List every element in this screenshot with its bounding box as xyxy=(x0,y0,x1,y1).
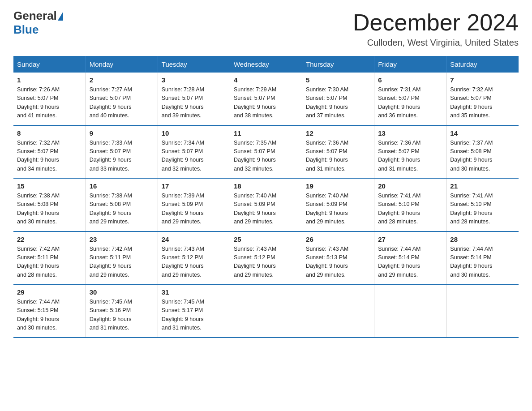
header-thursday: Thursday xyxy=(302,56,374,73)
day-info: Sunrise: 7:29 AM Sunset: 5:07 PM Dayligh… xyxy=(234,86,298,120)
day-number: 12 xyxy=(306,129,370,137)
calendar-cell: 23 Sunrise: 7:42 AM Sunset: 5:11 PM Dayl… xyxy=(86,231,158,285)
page-header: General Blue December 2024 Culloden, Wes… xyxy=(13,9,519,48)
day-info: Sunrise: 7:32 AM Sunset: 5:07 PM Dayligh… xyxy=(450,86,515,120)
day-info: Sunrise: 7:39 AM Sunset: 5:09 PM Dayligh… xyxy=(162,192,226,227)
calendar-cell: 27 Sunrise: 7:44 AM Sunset: 5:14 PM Dayl… xyxy=(374,231,446,285)
calendar-cell: 17 Sunrise: 7:39 AM Sunset: 5:09 PM Dayl… xyxy=(158,178,230,231)
day-number: 29 xyxy=(17,288,82,296)
day-info: Sunrise: 7:27 AM Sunset: 5:07 PM Dayligh… xyxy=(90,86,154,120)
day-info: Sunrise: 7:38 AM Sunset: 5:08 PM Dayligh… xyxy=(90,192,154,227)
day-number: 13 xyxy=(378,129,442,137)
day-number: 14 xyxy=(450,129,515,137)
day-number: 6 xyxy=(378,76,442,84)
calendar-cell xyxy=(302,284,374,338)
week-row-4: 22 Sunrise: 7:42 AM Sunset: 5:11 PM Dayl… xyxy=(13,231,519,285)
header-friday: Friday xyxy=(374,56,446,73)
logo-general-text: General xyxy=(13,9,57,23)
calendar-cell: 5 Sunrise: 7:30 AM Sunset: 5:07 PM Dayli… xyxy=(302,73,374,125)
calendar-header-row: SundayMondayTuesdayWednesdayThursdayFrid… xyxy=(13,56,519,73)
header-saturday: Saturday xyxy=(446,56,519,73)
calendar-cell: 31 Sunrise: 7:45 AM Sunset: 5:17 PM Dayl… xyxy=(158,284,230,338)
calendar-cell: 21 Sunrise: 7:41 AM Sunset: 5:10 PM Dayl… xyxy=(446,178,519,231)
calendar-cell: 14 Sunrise: 7:37 AM Sunset: 5:08 PM Dayl… xyxy=(446,125,519,179)
day-number: 17 xyxy=(162,182,226,190)
calendar-cell xyxy=(374,284,446,338)
calendar-cell: 25 Sunrise: 7:43 AM Sunset: 5:12 PM Dayl… xyxy=(230,231,302,285)
day-info: Sunrise: 7:41 AM Sunset: 5:10 PM Dayligh… xyxy=(450,192,515,227)
day-info: Sunrise: 7:28 AM Sunset: 5:07 PM Dayligh… xyxy=(162,86,226,120)
day-info: Sunrise: 7:37 AM Sunset: 5:08 PM Dayligh… xyxy=(450,139,515,174)
day-number: 2 xyxy=(90,76,154,84)
calendar-cell: 2 Sunrise: 7:27 AM Sunset: 5:07 PM Dayli… xyxy=(86,73,158,125)
calendar-cell xyxy=(446,284,519,338)
day-number: 16 xyxy=(90,182,154,190)
day-number: 19 xyxy=(306,182,370,190)
day-number: 18 xyxy=(234,182,298,190)
day-number: 10 xyxy=(162,129,226,137)
header-tuesday: Tuesday xyxy=(158,56,230,73)
calendar-cell: 15 Sunrise: 7:38 AM Sunset: 5:08 PM Dayl… xyxy=(13,178,86,231)
calendar-cell: 24 Sunrise: 7:43 AM Sunset: 5:12 PM Dayl… xyxy=(158,231,230,285)
day-number: 3 xyxy=(162,76,226,84)
day-info: Sunrise: 7:42 AM Sunset: 5:11 PM Dayligh… xyxy=(17,245,82,280)
calendar-cell: 20 Sunrise: 7:41 AM Sunset: 5:10 PM Dayl… xyxy=(374,178,446,231)
logo-triangle-icon xyxy=(58,12,63,21)
calendar-cell: 16 Sunrise: 7:38 AM Sunset: 5:08 PM Dayl… xyxy=(86,178,158,231)
calendar-cell: 28 Sunrise: 7:44 AM Sunset: 5:14 PM Dayl… xyxy=(446,231,519,285)
logo: General Blue xyxy=(13,9,63,37)
day-info: Sunrise: 7:44 AM Sunset: 5:14 PM Dayligh… xyxy=(378,245,442,280)
day-info: Sunrise: 7:43 AM Sunset: 5:12 PM Dayligh… xyxy=(162,245,226,280)
day-info: Sunrise: 7:45 AM Sunset: 5:16 PM Dayligh… xyxy=(90,298,154,333)
day-info: Sunrise: 7:35 AM Sunset: 5:07 PM Dayligh… xyxy=(234,139,298,174)
calendar-cell: 4 Sunrise: 7:29 AM Sunset: 5:07 PM Dayli… xyxy=(230,73,302,125)
week-row-1: 1 Sunrise: 7:26 AM Sunset: 5:07 PM Dayli… xyxy=(13,73,519,125)
week-row-3: 15 Sunrise: 7:38 AM Sunset: 5:08 PM Dayl… xyxy=(13,178,519,231)
day-number: 30 xyxy=(90,288,154,296)
month-title: December 2024 xyxy=(353,9,519,36)
day-number: 27 xyxy=(378,235,442,243)
day-info: Sunrise: 7:43 AM Sunset: 5:13 PM Dayligh… xyxy=(306,245,370,280)
calendar-cell: 6 Sunrise: 7:31 AM Sunset: 5:07 PM Dayli… xyxy=(374,73,446,125)
header-monday: Monday xyxy=(86,56,158,73)
day-number: 25 xyxy=(234,235,298,243)
day-info: Sunrise: 7:44 AM Sunset: 5:15 PM Dayligh… xyxy=(17,298,82,333)
day-number: 28 xyxy=(450,235,515,243)
week-row-5: 29 Sunrise: 7:44 AM Sunset: 5:15 PM Dayl… xyxy=(13,284,519,338)
day-info: Sunrise: 7:42 AM Sunset: 5:11 PM Dayligh… xyxy=(90,245,154,280)
day-number: 26 xyxy=(306,235,370,243)
day-info: Sunrise: 7:36 AM Sunset: 5:07 PM Dayligh… xyxy=(306,139,370,174)
day-number: 9 xyxy=(90,129,154,137)
calendar-cell: 22 Sunrise: 7:42 AM Sunset: 5:11 PM Dayl… xyxy=(13,231,86,285)
calendar-cell: 7 Sunrise: 7:32 AM Sunset: 5:07 PM Dayli… xyxy=(446,73,519,125)
calendar-cell: 12 Sunrise: 7:36 AM Sunset: 5:07 PM Dayl… xyxy=(302,125,374,179)
calendar-cell: 26 Sunrise: 7:43 AM Sunset: 5:13 PM Dayl… xyxy=(302,231,374,285)
day-info: Sunrise: 7:41 AM Sunset: 5:10 PM Dayligh… xyxy=(378,192,442,227)
day-number: 22 xyxy=(17,235,82,243)
day-number: 21 xyxy=(450,182,515,190)
day-number: 4 xyxy=(234,76,298,84)
calendar-table: SundayMondayTuesdayWednesdayThursdayFrid… xyxy=(13,56,519,338)
day-number: 7 xyxy=(450,76,515,84)
calendar-cell: 30 Sunrise: 7:45 AM Sunset: 5:16 PM Dayl… xyxy=(86,284,158,338)
day-number: 11 xyxy=(234,129,298,137)
calendar-cell xyxy=(230,284,302,338)
day-info: Sunrise: 7:38 AM Sunset: 5:08 PM Dayligh… xyxy=(17,192,82,227)
week-row-2: 8 Sunrise: 7:32 AM Sunset: 5:07 PM Dayli… xyxy=(13,125,519,179)
calendar-cell: 11 Sunrise: 7:35 AM Sunset: 5:07 PM Dayl… xyxy=(230,125,302,179)
day-info: Sunrise: 7:32 AM Sunset: 5:07 PM Dayligh… xyxy=(17,139,82,174)
day-info: Sunrise: 7:40 AM Sunset: 5:09 PM Dayligh… xyxy=(306,192,370,227)
calendar-cell: 29 Sunrise: 7:44 AM Sunset: 5:15 PM Dayl… xyxy=(13,284,86,338)
calendar-cell: 18 Sunrise: 7:40 AM Sunset: 5:09 PM Dayl… xyxy=(230,178,302,231)
day-info: Sunrise: 7:30 AM Sunset: 5:07 PM Dayligh… xyxy=(306,86,370,120)
day-number: 8 xyxy=(17,129,82,137)
day-info: Sunrise: 7:36 AM Sunset: 5:07 PM Dayligh… xyxy=(378,139,442,174)
day-info: Sunrise: 7:31 AM Sunset: 5:07 PM Dayligh… xyxy=(378,86,442,120)
day-number: 15 xyxy=(17,182,82,190)
logo-blue-text: Blue xyxy=(13,23,39,37)
location: Culloden, West Virginia, United States xyxy=(353,38,519,48)
day-number: 24 xyxy=(162,235,226,243)
calendar-cell: 1 Sunrise: 7:26 AM Sunset: 5:07 PM Dayli… xyxy=(13,73,86,125)
calendar-cell: 8 Sunrise: 7:32 AM Sunset: 5:07 PM Dayli… xyxy=(13,125,86,179)
day-info: Sunrise: 7:26 AM Sunset: 5:07 PM Dayligh… xyxy=(17,86,82,120)
